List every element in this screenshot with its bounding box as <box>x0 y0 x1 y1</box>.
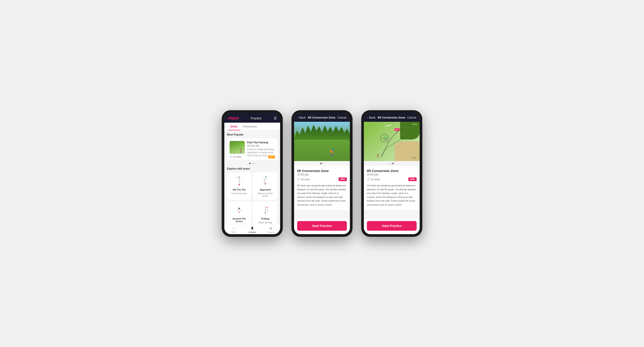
fairway-label: FAIRWAY <box>385 124 392 127</box>
carousel-dots <box>227 162 278 165</box>
cancel-button-3[interactable]: Cancel <box>408 116 416 119</box>
clock-icon: 🕐 <box>230 156 232 158</box>
nav-capture[interactable]: ⊕ Capture <box>262 226 280 233</box>
back-button[interactable]: ‹ Back <box>298 116 306 119</box>
skill-card-putting[interactable]: Putting Make and lag practice <box>253 201 278 224</box>
detail-footer: Start Practice <box>294 218 350 234</box>
ott-icon-area <box>232 175 246 187</box>
ott-svg <box>233 175 245 186</box>
phone3-header: ‹ Back 6ft Conversion Zone Cancel <box>364 113 420 122</box>
detail-drill-title-3: 6ft Conversion Zone <box>367 169 416 173</box>
dot-2 <box>252 163 253 164</box>
phone-2: ‹ Back 6ft Conversion Zone Cancel 🏌️ ♡ 6… <box>292 110 352 237</box>
drill-detail-content: 🏌️ ♡ 6ft Conversion Zone 10-50 yds 🕐 20 … <box>294 122 350 218</box>
drill-badge: OTT <box>268 155 275 158</box>
golfer-figure: 🏌️ <box>376 154 380 158</box>
tab-favourites[interactable]: Favourites <box>240 123 260 130</box>
drill-shots: 🕐 10 shots <box>230 156 241 158</box>
chevron-left-icon-3: ‹ <box>367 116 368 119</box>
explore-title: Explore skill areas <box>227 167 278 170</box>
drill-thumb-image <box>230 141 245 154</box>
svg-point-6 <box>242 178 242 179</box>
tab-drills[interactable]: Drills <box>228 123 240 130</box>
img-dot-1 <box>320 163 322 164</box>
back-button-3[interactable]: ‹ Back <box>367 116 376 119</box>
detail-drill-title: 6ft Conversion Zone <box>297 169 347 173</box>
skill-name-atg: Around The Green <box>229 217 249 223</box>
phone-3: ‹ Back 6ft Conversion Zone Cancel SAND R… <box>361 110 422 237</box>
cancel-button[interactable]: Cancel <box>338 116 346 119</box>
detail-badge-3: ARG <box>408 177 416 181</box>
detail-yardage: 10-50 yds <box>297 173 347 176</box>
target-circle <box>380 134 389 143</box>
detail-yardage-3: 10-50 yds <box>367 173 416 176</box>
img-dot-3-1 <box>390 163 391 164</box>
detail-footer-3: Start Practice <box>364 218 420 234</box>
img-dot-2 <box>323 163 324 164</box>
featured-drill-card[interactable]: Find The Fairway Off The Tee Create an i… <box>227 138 278 160</box>
image-dots-3 <box>364 161 420 166</box>
dot-3 <box>254 163 255 164</box>
atg-icon-area <box>232 204 246 216</box>
svg-point-12 <box>267 178 268 179</box>
favourite-heart-icon[interactable]: ♡ <box>344 169 347 173</box>
app-logo: clippd <box>228 116 239 121</box>
image-dots <box>294 161 350 166</box>
skill-desc-ott: Power accuracy <box>231 192 247 195</box>
miss-marker: Miss <box>394 128 400 131</box>
clock-icon: 🕐 <box>297 178 300 181</box>
putting-icon-area <box>259 204 272 216</box>
detail-description-3: 20 shots are randomly generated at dista… <box>367 184 416 207</box>
dot-1 <box>249 163 250 164</box>
drill-subtitle: Off The Tee <box>247 144 275 147</box>
trees-background <box>294 124 350 140</box>
most-popular-title: Most Popular <box>227 133 278 136</box>
nav-activities-label: Activities <box>248 231 256 233</box>
skill-card-ott[interactable]: Off The Tee Power accuracy <box>227 172 251 200</box>
svg-point-32 <box>381 134 388 142</box>
atg-svg <box>233 204 245 215</box>
img-dot-3-2 <box>392 163 394 164</box>
skill-name-approach: Approach <box>260 188 271 191</box>
favourite-heart-icon-3[interactable]: ♡ <box>414 169 416 173</box>
course-map: SAND ROUGH FAIRWAY Miss Hit 🏌️ <box>364 122 420 161</box>
skill-grid: Off The Tee Power accuracy <box>227 172 278 224</box>
chevron-left-icon: ‹ <box>298 116 298 119</box>
skill-name-ott: Off The Tee <box>232 188 246 191</box>
detail-shots: 🕐 20 shots <box>297 178 310 181</box>
drill-photo: 🏌️ <box>294 122 350 161</box>
svg-point-8 <box>239 177 240 178</box>
skill-card-atg[interactable]: Around The Green Hone your short game <box>227 201 251 224</box>
nav-home-label: Home <box>231 231 236 233</box>
start-practice-button[interactable]: Start Practice <box>297 221 347 231</box>
phone2-header: ‹ Back 6ft Conversion Zone Cancel <box>294 113 350 122</box>
capture-icon: ⊕ <box>269 226 272 231</box>
skill-desc-approach: Dial-in to hit the green <box>255 192 275 197</box>
skill-card-approach[interactable]: Approach Dial-in to hit the green <box>253 172 278 200</box>
detail-meta-row-3: 🕐 20 shots ARG <box>367 177 416 181</box>
phone1-header: clippd Practice ☰ <box>224 113 280 123</box>
nav-activities[interactable]: ♜ Activities <box>243 226 262 233</box>
activities-icon: ♜ <box>250 226 254 231</box>
drill-detail-body-3: ♡ 6ft Conversion Zone 10-50 yds 🕐 20 sho… <box>364 166 420 210</box>
svg-point-21 <box>241 210 242 211</box>
menu-icon[interactable]: ☰ <box>274 116 277 120</box>
bottom-nav: ⌂ Home ♜ Activities ⊕ Capture <box>224 224 280 234</box>
approach-icon-area <box>259 175 272 187</box>
svg-line-3 <box>239 178 242 180</box>
start-practice-button-3[interactable]: Start Practice <box>367 221 416 231</box>
skill-name-putting: Putting <box>261 217 270 220</box>
svg-point-13 <box>262 182 263 182</box>
detail-description: 20 shots are randomly generated at dista… <box>297 184 347 207</box>
approach-svg <box>260 175 272 186</box>
svg-line-18 <box>238 209 239 211</box>
clock-icon-3: 🕐 <box>367 178 370 181</box>
tabs-bar: Drills Favourites <box>224 123 280 131</box>
practice-content: Most Popular Find The Fairway Off The Te… <box>224 131 280 224</box>
drill-thumbnail <box>230 141 245 154</box>
svg-point-5 <box>236 177 237 178</box>
drill-detail-content-3: SAND ROUGH FAIRWAY Miss Hit 🏌️ <box>364 122 420 218</box>
nav-home[interactable]: ⌂ Home <box>224 226 243 233</box>
favourite-icon[interactable]: ♡ <box>272 141 275 144</box>
home-icon: ⌂ <box>232 226 235 230</box>
